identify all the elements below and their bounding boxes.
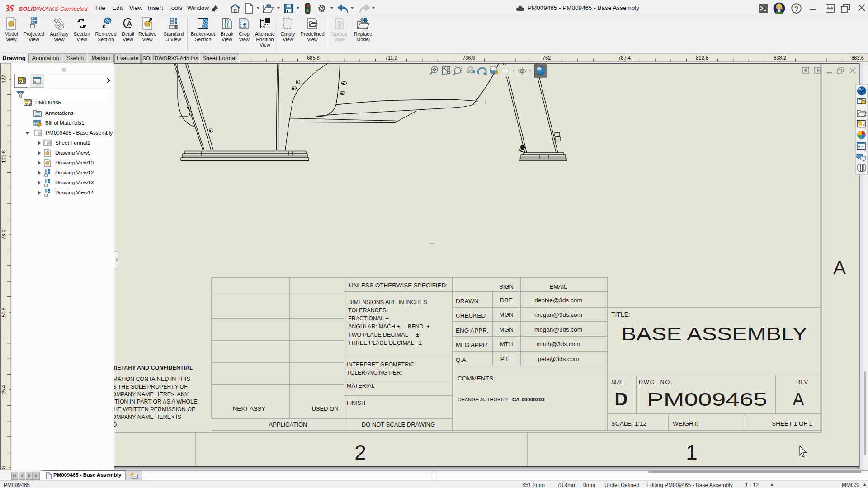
svg-text:0: 0	[1, 466, 6, 469]
svg-text:INTERPRET GEOMETRIC: INTERPRET GEOMETRIC	[347, 361, 415, 368]
svg-text:762: 762	[542, 55, 551, 61]
svg-text:Connected: Connected	[60, 6, 88, 12]
svg-text:Q.A.: Q.A.	[456, 357, 468, 363]
svg-text:863.6: 863.6	[851, 55, 864, 61]
svg-text:PROPRIETARY AND CONFIDENTIAL: PROPRIETARY AND CONFIDENTIAL	[114, 365, 193, 371]
svg-text:A: A	[793, 390, 804, 409]
svg-text:MFG APPR.: MFG APPR.	[456, 342, 489, 348]
svg-text:PM009465: PM009465	[647, 389, 767, 410]
svg-text:DIMENSIONS ARE IN INCHES: DIMENSIONS ARE IN INCHES	[348, 299, 427, 305]
svg-text:debbie@3ds.com: debbie@3ds.com	[534, 297, 582, 304]
svg-text:A: A	[127, 19, 132, 27]
svg-text:megan@3ds.com: megan@3ds.com	[534, 311, 582, 318]
svg-text:SHEET 1 OF 1: SHEET 1 OF 1	[772, 420, 812, 427]
svg-text:A: A	[833, 257, 846, 278]
svg-text:ANGULAR: MACH ± BEND ±: ANGULAR: MACH ± BEND ±	[348, 324, 430, 330]
svg-text:BASE ASSEMBLY: BASE ASSEMBLY	[621, 324, 807, 344]
svg-text:COMMENTS:: COMMENTS:	[458, 375, 495, 382]
svg-text:UNLESS OTHERWISE SPECIFIED:: UNLESS OTHERWISE SPECIFIED:	[349, 282, 448, 289]
svg-text:A: A	[36, 112, 39, 116]
svg-text:THREE PLACE DECIMAL ±: THREE PLACE DECIMAL ±	[348, 340, 422, 346]
svg-text:2: 2	[354, 441, 366, 464]
svg-text:TOLERANCES:: TOLERANCES:	[348, 307, 388, 314]
svg-text:MATERIAL: MATERIAL	[347, 383, 375, 389]
svg-text:ENG APPR.: ENG APPR.	[456, 327, 489, 334]
svg-text:TITLE:: TITLE:	[611, 311, 630, 318]
svg-text:SIGN: SIGN	[499, 283, 514, 290]
svg-text:3S: 3S	[5, 3, 14, 13]
svg-text:?: ?	[794, 5, 798, 12]
svg-text:DRAWING IS THE SOLE PROPERTY O: DRAWING IS THE SOLE PROPERTY OF	[114, 384, 188, 390]
svg-text:TWO PLACE DECIMAL ±: TWO PLACE DECIMAL ±	[348, 332, 419, 338]
svg-text:REV: REV	[796, 379, 808, 385]
svg-text:PROHIBITED.: PROHIBITED.	[114, 422, 118, 428]
svg-text:127: 127	[1, 75, 6, 83]
svg-text:787.4: 787.4	[618, 55, 631, 61]
svg-text:D: D	[615, 389, 628, 409]
svg-text:DBE: DBE	[500, 297, 513, 304]
svg-text:megan@3ds.com: megan@3ds.com	[534, 326, 582, 333]
svg-text:SIZE: SIZE	[611, 379, 624, 385]
svg-text:mitch@3ds.com: mitch@3ds.com	[537, 341, 580, 347]
svg-text:101.6: 101.6	[1, 150, 6, 163]
svg-text:<INSERT COMPANY NAME HERE>. A: <INSERT COMPANY NAME HERE>. ANY	[114, 391, 189, 398]
svg-text:THE INFORMATION CONTAINED IN T: THE INFORMATION CONTAINED IN THIS	[114, 376, 190, 382]
svg-text:838.2: 838.2	[774, 55, 786, 61]
svg-text:USED ON: USED ON	[311, 405, 338, 412]
svg-text:<INSERT COMPANY NAME HERE> IS: <INSERT COMPANY NAME HERE> IS	[114, 414, 181, 420]
svg-text:DRAWN: DRAWN	[456, 298, 479, 305]
svg-text:685.8: 685.8	[307, 55, 320, 61]
svg-text:DWG. NO.: DWG. NO.	[639, 379, 673, 385]
svg-text:736.6: 736.6	[462, 55, 475, 61]
svg-text:50.8: 50.8	[1, 307, 6, 317]
svg-text:SCALE: 1:12: SCALE: 1:12	[611, 420, 646, 427]
svg-text:CHECKED: CHECKED	[456, 312, 486, 319]
svg-text:76.2: 76.2	[1, 230, 6, 239]
svg-text:APPLICATION: APPLICATION	[269, 421, 307, 428]
svg-text:pete@3ds.com: pete@3ds.com	[538, 356, 579, 362]
svg-text:CHANGE AUTHORITY:: CHANGE AUTHORITY:	[458, 397, 510, 402]
svg-text:NEXT ASSY: NEXT ASSY	[233, 405, 265, 412]
svg-text:EMAIL: EMAIL	[549, 283, 567, 290]
svg-text:711.2: 711.2	[385, 55, 397, 61]
svg-text:WEIGHT:: WEIGHT:	[673, 420, 698, 427]
svg-text:812.8: 812.8	[696, 55, 708, 61]
svg-text:DO NOT SCALE DRAWING: DO NOT SCALE DRAWING	[362, 421, 435, 428]
svg-text:MGN: MGN	[499, 311, 514, 318]
svg-text:25.4: 25.4	[1, 385, 6, 394]
svg-text:MGN: MGN	[499, 326, 514, 333]
svg-text:SOLIDWORKS: SOLIDWORKS	[19, 6, 59, 12]
svg-text:MTH: MTH	[500, 341, 513, 347]
svg-text:CA-00000203: CA-00000203	[512, 397, 545, 402]
svg-text:FINISH: FINISH	[347, 400, 365, 406]
svg-text:1: 1	[686, 441, 698, 464]
svg-text:TOLERANCING PER:: TOLERANCING PER:	[347, 370, 402, 376]
svg-text:PTE: PTE	[500, 356, 512, 362]
svg-text:WITHOUT THE WRITTEN PERMISSION: WITHOUT THE WRITTEN PERMISSION OF	[114, 406, 195, 413]
svg-text:FRACTIONAL ±: FRACTIONAL ±	[348, 315, 389, 322]
svg-text:REPRODUCTION IN PART OR AS A W: REPRODUCTION IN PART OR AS A WHOLE	[114, 399, 197, 405]
